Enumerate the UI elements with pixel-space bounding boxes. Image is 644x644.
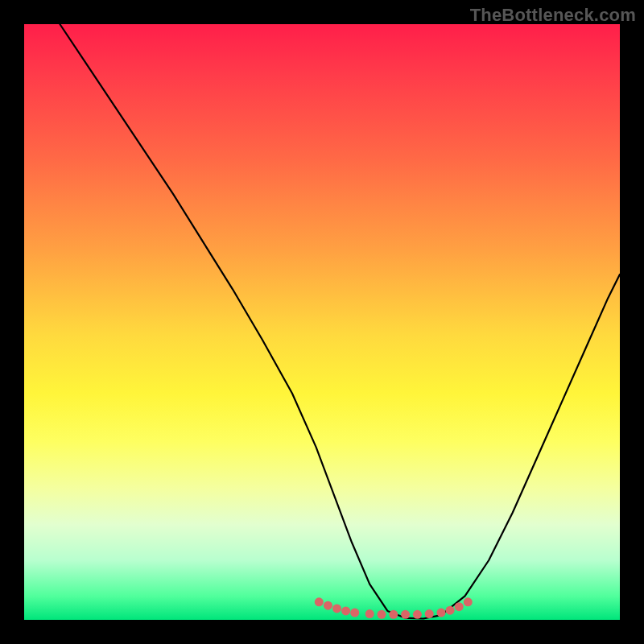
- highlight-dot: [378, 610, 386, 619]
- highlight-dot: [365, 609, 374, 618]
- highlight-dot: [332, 604, 341, 613]
- highlight-dot: [437, 609, 446, 617]
- highlight-dot: [413, 610, 422, 619]
- highlight-dot: [315, 597, 324, 606]
- highlight-dot: [446, 606, 455, 615]
- highlight-dot: [341, 606, 350, 615]
- highlight-dot: [425, 609, 434, 618]
- highlight-dot: [350, 609, 359, 617]
- highlight-dot: [389, 610, 398, 619]
- highlight-dot: [324, 601, 332, 610]
- chart-frame: TheBottleneck.com: [0, 0, 644, 644]
- highlight-dot: [401, 610, 410, 619]
- highlight-dot: [464, 597, 473, 606]
- curve-line: [60, 24, 620, 619]
- plot-svg: [24, 24, 620, 620]
- highlight-dot: [455, 602, 464, 611]
- highlight-dots: [315, 597, 473, 619]
- plot-area: [24, 24, 620, 620]
- watermark-text: TheBottleneck.com: [470, 5, 636, 26]
